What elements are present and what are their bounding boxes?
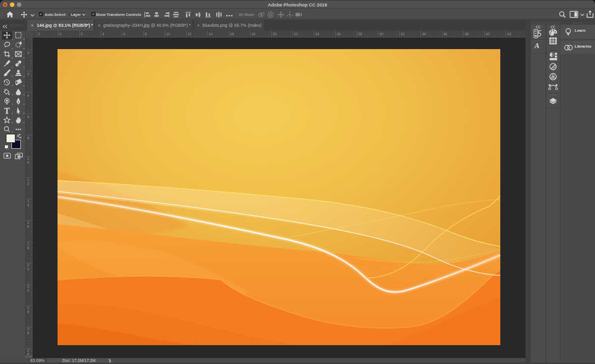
svg-text:38: 38 [465,32,469,36]
svg-text:2: 2 [27,263,29,267]
svg-text:1: 1 [27,199,29,203]
svg-text:18: 18 [251,32,255,36]
svg-text:34: 34 [422,32,426,36]
svg-text:8: 8 [27,246,29,249]
svg-text:8: 8 [27,136,29,140]
svg-text:6: 6 [123,32,125,36]
svg-text:2: 2 [27,306,29,309]
svg-text:6: 6 [27,115,29,119]
svg-text:6: 6 [27,225,29,228]
svg-text:20: 20 [273,32,277,36]
svg-text:36: 36 [443,32,447,36]
svg-text:4: 4 [27,94,29,97]
svg-text:26: 26 [337,32,341,36]
svg-text:2: 2 [27,285,29,288]
svg-text:16: 16 [230,32,234,36]
svg-text:2: 2 [27,349,29,352]
svg-text:1: 1 [27,221,29,224]
svg-text:8: 8 [145,32,147,36]
svg-text:4: 4 [27,310,29,313]
svg-text:0: 0 [27,267,29,271]
svg-text:22: 22 [294,32,298,36]
svg-text:40: 40 [486,32,490,36]
svg-text:2: 2 [27,327,29,331]
svg-text:32: 32 [401,32,405,36]
svg-text:6: 6 [27,331,29,335]
svg-text:2: 2 [81,32,83,36]
svg-text:42: 42 [507,32,511,36]
svg-text:2: 2 [27,182,29,185]
svg-text:30: 30 [379,32,383,36]
svg-text:2: 2 [27,289,29,292]
svg-text:0: 0 [60,32,61,36]
svg-text:4: 4 [102,32,104,36]
svg-text:1: 1 [27,242,29,245]
svg-text:1: 1 [27,157,29,160]
svg-text:28: 28 [358,32,362,36]
svg-text:10: 10 [166,32,170,36]
svg-text:12: 12 [187,32,191,36]
svg-text:1: 1 [27,178,29,182]
svg-text:2: 2 [38,32,40,36]
svg-text:24: 24 [315,32,319,36]
svg-text:14: 14 [209,32,213,36]
svg-text:0: 0 [27,51,29,55]
svg-text:4: 4 [27,203,29,207]
svg-text:0: 0 [27,161,29,164]
svg-text:2: 2 [27,72,29,76]
